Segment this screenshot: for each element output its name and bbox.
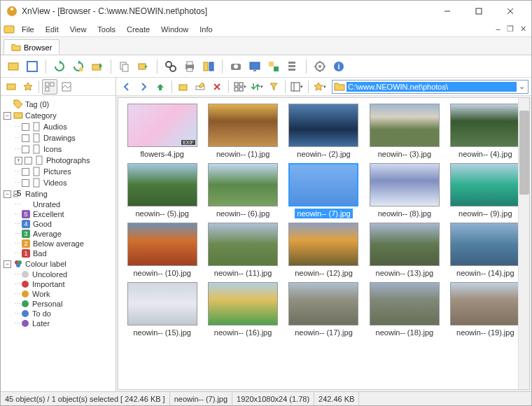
menu-create[interactable]: Create [121,24,155,35]
up-button[interactable] [153,79,168,94]
thumbnail[interactable]: neowin-- (16).jpg [204,282,281,337]
address-bar[interactable]: C:\www.NEOWIN.net\photos\ ⌄ [332,80,528,94]
tree-colour-personal[interactable]: ⋯Personal [2,299,114,309]
menu-tools[interactable]: Tools [92,24,121,35]
tree-colour-to-do[interactable]: ⋯To do [2,309,114,318]
about-button[interactable]: i [330,58,347,75]
view-mode-button[interactable]: ▾ [232,79,248,94]
thumbnail[interactable]: neowin-- (13).jpg [366,223,442,278]
thumbnail-image[interactable] [208,104,278,147]
thumbnail[interactable]: neowin-- (8).jpg [366,163,442,218]
thumbnail[interactable]: neowin-- (17).jpg [286,282,362,337]
move-button[interactable] [135,58,152,75]
thumbnail-image[interactable] [288,104,358,147]
mdi-minimize-button[interactable]: ‒ [492,24,503,35]
maximize-button[interactable] [463,1,494,22]
thumbnail-image[interactable] [127,223,197,266]
checkbox[interactable] [22,134,29,142]
thumbnail-image[interactable] [450,163,520,206]
rename-button[interactable] [192,79,208,94]
thumbnail[interactable]: neowin-- (18).jpg [366,282,442,337]
thumbnail[interactable]: neowin-- (6).jpg [204,163,281,218]
vertical-scrollbar[interactable] [518,98,529,389]
favorite-button[interactable]: ▾ [312,79,328,94]
collapse-icon[interactable]: − [4,112,11,120]
menu-info[interactable]: Info [194,24,218,35]
thumbnail[interactable]: neowin-- (3).jpg [366,104,442,159]
tree-category-photographs[interactable]: +Photographs [2,155,114,166]
sidebar-categories-button[interactable] [42,79,57,94]
menu-view[interactable]: View [64,24,92,35]
tree-category-icons[interactable]: ⋯Icons [2,144,114,155]
tree-category-pictures[interactable]: ⋯Pictures [2,166,114,177]
tree-rating[interactable]: − 1-5 Rating [2,188,114,200]
filter-button[interactable] [266,79,281,94]
acquire-button[interactable] [227,58,244,75]
thumbnail-image[interactable] [370,104,440,147]
copy-button[interactable] [116,58,133,75]
open-button[interactable] [5,58,22,75]
thumbnail[interactable]: neowin-- (4).jpg [447,104,524,159]
thumbnail-image[interactable]: EXIF [127,104,197,147]
fullscreen-button[interactable] [24,58,41,75]
batch-button[interactable] [284,58,301,75]
thumbnail[interactable]: neowin-- (10).jpg [124,223,200,278]
checkbox[interactable] [24,157,32,164]
expand-icon[interactable]: + [15,157,22,164]
tree-rating-bad[interactable]: ⋯1Bad [2,248,114,258]
thumbnail[interactable]: neowin-- (11).jpg [204,223,281,278]
thumbnail-image[interactable] [370,282,440,326]
address-text[interactable]: C:\www.NEOWIN.net\photos\ [346,82,517,92]
thumbnail-image[interactable] [288,163,358,206]
thumbnail-image[interactable] [288,223,358,266]
thumbnail-image[interactable] [208,163,278,206]
checkbox[interactable] [22,179,29,187]
tree-colour[interactable]: − Colour label [2,258,114,270]
menu-file[interactable]: File [16,24,40,35]
close-button[interactable] [494,1,526,22]
thumbnail-image[interactable] [127,282,197,326]
forward-button[interactable] [136,79,151,94]
thumbnail-image[interactable] [208,282,278,326]
thumbnail-image[interactable] [450,104,520,147]
thumbnail[interactable]: neowin-- (19).jpg [447,282,524,337]
collapse-icon[interactable]: − [4,190,11,198]
tree-category[interactable]: − Category [2,110,114,121]
tree-rating-excellent[interactable]: ⋯5Excellent [2,209,114,219]
sidebar-preview-button[interactable] [59,79,74,94]
compare-button[interactable] [200,58,217,75]
mdi-restore-button[interactable]: ❐ [505,24,516,35]
thumbnail-image[interactable] [288,282,358,326]
menu-edit[interactable]: Edit [40,24,64,35]
tree-colour-later[interactable]: ⋯Later [2,318,114,328]
layout-button[interactable]: ▾ [289,79,304,94]
tree-colour-work[interactable]: ⋯Work [2,289,114,299]
address-dropdown[interactable]: ⌄ [517,82,526,91]
convert-button[interactable] [265,58,282,75]
thumbnail[interactable]: neowin-- (5).jpg [124,163,200,218]
search-button[interactable] [162,58,179,75]
settings-button[interactable] [312,58,328,75]
thumbnail-image[interactable] [208,223,278,266]
menu-window[interactable]: Window [155,24,194,35]
checkbox[interactable] [22,146,29,153]
collapse-icon[interactable]: − [4,260,11,268]
sort-button[interactable]: ▾ [249,79,265,94]
thumbnail[interactable]: neowin-- (12).jpg [286,223,362,278]
thumbnail[interactable]: neowin-- (14).jpg [447,223,524,278]
thumbnail[interactable]: neowin-- (2).jpg [286,104,362,159]
back-button[interactable] [119,79,134,94]
thumbnail[interactable]: neowin-- (9).jpg [447,163,524,218]
print-button[interactable] [181,58,198,75]
thumbnail-image[interactable] [450,223,520,266]
tree-colour-uncolored[interactable]: ⋯Uncolored [2,270,114,279]
tree-category-videos[interactable]: ⋯Videos [2,177,114,188]
thumbnail-image[interactable] [370,163,440,206]
thumbnail-image[interactable] [370,223,440,266]
thumbnail[interactable]: neowin-- (7).jpg [286,163,362,218]
scrollbar-thumb[interactable] [519,111,529,195]
thumbnail-area[interactable]: EXIFflowers-4.jpgneowin-- (1).jpgneowin-… [118,97,530,390]
tree-category-drawings[interactable]: ⋯Drawings [2,132,114,144]
tree-category-audios[interactable]: ⋯Audios [2,121,114,132]
slideshow-button[interactable] [246,58,263,75]
